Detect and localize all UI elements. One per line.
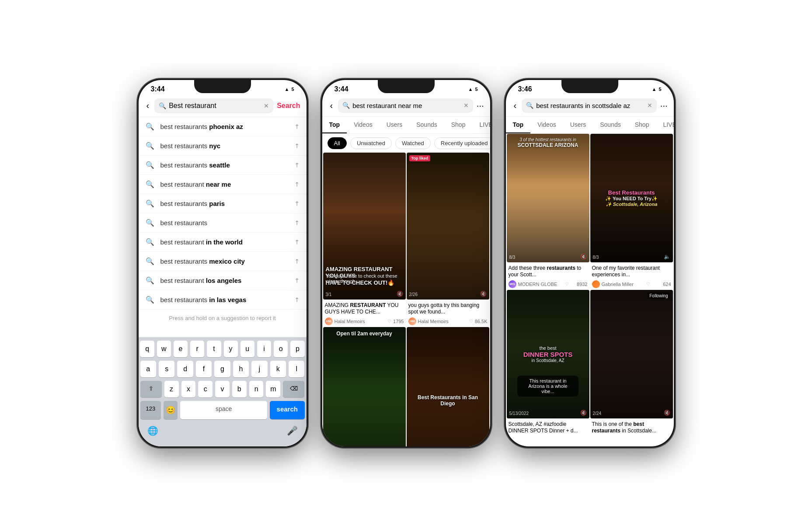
scotts-sound-2[interactable]: 🔈 [664,254,670,260]
clear-button[interactable]: ✕ [264,102,269,109]
back-button-2[interactable]: ‹ [328,99,335,112]
key-w[interactable]: w [157,341,171,357]
results-search-box-3[interactable]: 🔍 best restaurants in scottsdale az ✕ [522,98,657,113]
list-item[interactable]: 🔍 best restaurants ↗ [139,213,307,233]
wifi-icon: ▲ [284,87,289,92]
tab-videos-3[interactable]: Videos [530,117,563,133]
mic-icon[interactable]: 🎤 [287,425,298,436]
clear-button[interactable]: ✕ [464,102,469,109]
sound-icon-2[interactable]: 🔇 [480,291,487,297]
list-item[interactable]: 🔍 best restaurants nyc ↗ [139,136,307,156]
key-j[interactable]: j [251,361,267,377]
tab-shop-3[interactable]: Shop [628,117,656,133]
more-menu[interactable]: ··· [477,101,484,111]
scotts-thumbnail-3[interactable]: the best DINNER SPOTS in Scottsdale, AZ … [507,290,589,418]
suggestion-text: best restaurants paris [160,200,288,207]
tab-users[interactable]: Users [380,117,410,133]
number-key[interactable]: 123 [140,401,161,419]
filter-watched[interactable]: Watched [395,137,431,149]
list-item[interactable]: 🔍 best restaurants phoenix az ↗ [139,117,307,136]
scotts-thumbnail-4[interactable]: Following 2/24 🔇 [590,290,673,418]
key-l[interactable]: l [289,361,304,377]
search-button[interactable]: Search [277,102,300,110]
scotts-title-2: One of my favorite restaurant experience… [592,265,671,279]
scotts-meta-1: MG MODERN GLOBE ♡ 8932 [509,280,588,288]
list-item[interactable]: 🔍 best restaurants mexico city ↗ [139,252,307,271]
video-thumbnail-4[interactable]: Best Restaurants in San Diego 8/9/2022 [407,327,489,446]
tab-top-3[interactable]: Top [506,117,531,133]
key-q[interactable]: q [140,341,154,357]
globe-icon[interactable]: 🌐 [147,425,158,436]
key-z[interactable]: z [164,381,179,397]
search-enter-key[interactable]: search [270,401,305,419]
key-i[interactable]: i [257,341,271,357]
list-item[interactable]: 🔍 best restaurant in the world ↗ [139,233,307,252]
tab-shop[interactable]: Shop [444,117,473,133]
emoji-key[interactable]: 😊 [164,401,178,419]
search-input[interactable]: Best restaurant [169,102,261,110]
video-thumbnail-3[interactable]: Open til 2am everyday Atlanta's best new… [323,327,406,446]
video-thumbnail-1[interactable]: AMAZING RESTAURANT YOU GUYSHAVE TO CHECK… [323,153,406,300]
key-x[interactable]: x [181,381,196,397]
tab-live[interactable]: LIVE [472,117,490,133]
key-n[interactable]: n [249,381,264,397]
filter-recently-uploaded[interactable]: Recently uploaded [434,137,490,149]
key-o[interactable]: o [274,341,288,357]
list-item[interactable]: 🔍 best restaurant near me ↗ [139,175,307,194]
key-r[interactable]: r [190,341,204,357]
list-item[interactable]: 🔍 best restaurant los angeles ↗ [139,271,307,290]
more-menu-3[interactable]: ··· [660,101,668,111]
results-search-box[interactable]: 🔍 best restaurant near me ✕ [338,98,473,113]
scotts-thumbnail-1[interactable]: 3 of the hottest restaurants in SCOTTSDA… [507,134,589,262]
tab-top[interactable]: Top [322,117,347,133]
tab-users-3[interactable]: Users [563,117,593,133]
key-h[interactable]: h [233,361,249,377]
list-item[interactable]: 🔍 best restaurants paris ↗ [139,194,307,213]
scotts-sound-3[interactable]: 🔇 [580,410,587,416]
key-b[interactable]: b [232,381,247,397]
key-d[interactable]: d [177,361,193,377]
sound-icon-1[interactable]: 🔇 [397,291,403,297]
key-k[interactable]: k [270,361,286,377]
key-m[interactable]: m [266,381,280,397]
key-u[interactable]: u [240,341,254,357]
keyboard-bottom: 🌐 🎤 [140,423,305,436]
key-v[interactable]: v [215,381,230,397]
scotts-sound-4[interactable]: 🔇 [664,410,670,416]
creator-avatar-1: HM [325,317,333,325]
back-button-3[interactable]: ‹ [512,99,519,112]
space-key[interactable]: space [180,401,267,419]
view-counter-2: 2/26 [409,292,418,297]
list-item[interactable]: 🔍 best restaurants seattle ↗ [139,156,307,175]
shift-key[interactable]: ⇧ [140,381,162,397]
scotts-sound-1[interactable]: 🔇 [580,254,587,260]
key-s[interactable]: s [159,361,174,377]
filter-unwatched[interactable]: Unwatched [350,137,392,149]
search-box[interactable]: 🔍 Best restaurant ✕ [154,98,273,113]
key-e[interactable]: e [174,341,188,357]
gradient-overlay [590,341,673,418]
video-thumbnail-2[interactable]: Top liked 2/26 🔇 [407,153,489,300]
wifi-icon: ▲ [652,87,656,92]
key-p[interactable]: p [290,341,304,357]
search-icon: 🔍 [146,276,154,285]
tab-sounds[interactable]: Sounds [409,117,444,133]
key-t[interactable]: t [207,341,221,357]
key-f[interactable]: f [196,361,212,377]
key-y[interactable]: y [224,341,238,357]
tab-sounds-3[interactable]: Sounds [593,117,627,133]
key-c[interactable]: c [198,381,213,397]
scotts-thumbnail-2[interactable]: Best Restaurants ✨ You NEED To Try✨ ✨ Sc… [590,134,673,262]
delete-key[interactable]: ⌫ [283,381,304,397]
filter-all[interactable]: All [328,137,347,149]
arrow-icon: ↗ [293,257,301,265]
tab-videos[interactable]: Videos [347,117,380,133]
clear-button-3[interactable]: ✕ [647,102,652,109]
tab-live-3[interactable]: LIVE [656,117,673,133]
key-g[interactable]: g [214,361,230,377]
list-item[interactable]: 🔍 best restaurants in las vegas ↗ [139,290,307,310]
back-button[interactable]: ‹ [145,99,151,112]
suggestion-text: best restaurants mexico city [160,258,288,265]
key-a[interactable]: a [140,361,156,377]
scottsdale-results: 3 of the hottest restaurants in SCOTTSDA… [506,134,674,435]
